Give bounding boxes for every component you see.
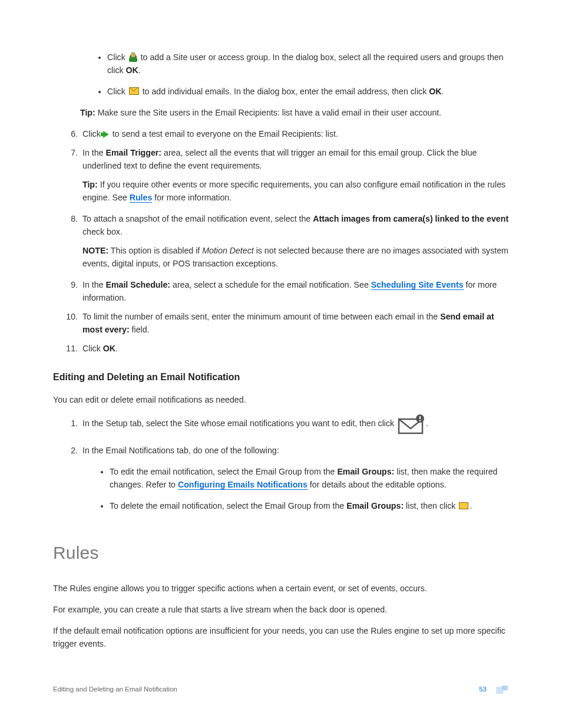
body-text: list, then click bbox=[404, 501, 458, 510]
configuring-emails-link[interactable]: Configuring Emails Notifications bbox=[178, 480, 308, 490]
body-text: Make sure the Site users in the Email Re… bbox=[95, 108, 441, 117]
footer-decoration-icon bbox=[496, 686, 509, 694]
body-text: to add a Site user or access group. In t… bbox=[107, 52, 504, 75]
tip-label: Tip: bbox=[82, 180, 98, 189]
note-block: NOTE: This option is disabled if Motion … bbox=[82, 244, 509, 270]
body-text: For example, you can create a rule that … bbox=[53, 603, 509, 616]
email-groups-label: Email Groups: bbox=[346, 501, 404, 510]
delete-mail-icon bbox=[459, 502, 468, 509]
body-text: The Rules engine allows you to trigger s… bbox=[53, 582, 509, 595]
body-text: To attach a snapshot of the email notifi… bbox=[82, 214, 313, 223]
step-10: To limit the number of emails sent, ente… bbox=[80, 310, 509, 336]
body-text: Click bbox=[82, 129, 103, 139]
body-text: Click bbox=[107, 87, 128, 96]
add-user-icon bbox=[129, 52, 137, 62]
list-item: To delete the email notification, select… bbox=[110, 499, 509, 512]
rules-heading: Rules bbox=[53, 539, 509, 567]
body-text: to add individual emails. In the dialog … bbox=[143, 87, 429, 96]
body-text: To edit the email notification, select t… bbox=[110, 467, 337, 476]
body-text: Click bbox=[107, 52, 128, 62]
body-text: In the bbox=[82, 280, 105, 289]
body-text: In the Setup tab, select the Site whose … bbox=[82, 419, 396, 428]
scheduling-site-events-link[interactable]: Scheduling Site Events bbox=[371, 280, 464, 290]
tip-block: Tip: Make sure the Site users in the Ema… bbox=[80, 106, 509, 119]
body-text: field. bbox=[130, 325, 150, 334]
numbered-steps: Click to send a test email to everyone o… bbox=[53, 127, 509, 355]
body-text: In the Email Notifications tab, do one o… bbox=[82, 446, 279, 455]
body-text: to send a test email to everyone on the … bbox=[110, 129, 338, 139]
step-7: In the Email Trigger: area, select all t… bbox=[80, 146, 509, 204]
email-trigger-label: Email Trigger: bbox=[105, 148, 161, 157]
step-8: To attach a snapshot of the email notifi… bbox=[80, 212, 509, 270]
step-9: In the Email Schedule: area, select a sc… bbox=[80, 278, 509, 304]
footer-title: Editing and Deleting an Email Notificati… bbox=[53, 684, 177, 695]
list-item: Click to add individual emails. In the d… bbox=[107, 85, 509, 98]
body-text: To delete the email notification, select… bbox=[110, 501, 346, 510]
tip-label: Tip: bbox=[80, 108, 95, 117]
svg-rect-2 bbox=[419, 416, 421, 419]
ok-label: OK bbox=[126, 65, 138, 75]
mail-icon bbox=[129, 87, 139, 95]
top-bullet-list: Click to add a Site user or access group… bbox=[80, 51, 509, 98]
body-text: . bbox=[115, 344, 118, 353]
editing-deleting-heading: Editing and Deleting an Email Notificati… bbox=[53, 370, 509, 385]
motion-detect-em: Motion Detect bbox=[202, 246, 254, 255]
attach-images-label: Attach images from camera(s) linked to t… bbox=[313, 214, 508, 223]
body-text: check box. bbox=[82, 227, 123, 236]
body-text: for details about the editable options. bbox=[308, 480, 447, 489]
step-6: Click to send a test email to everyone o… bbox=[80, 127, 509, 140]
body-text: . bbox=[138, 65, 141, 75]
body-text: In the bbox=[82, 148, 105, 157]
body-text: Click bbox=[82, 344, 103, 353]
body-text: . bbox=[442, 87, 444, 96]
email-notifications-icon bbox=[398, 414, 425, 438]
edit-step-1: In the Setup tab, select the Site whose … bbox=[80, 414, 509, 438]
body-text: for more information. bbox=[152, 193, 232, 202]
rules-link[interactable]: Rules bbox=[130, 193, 153, 203]
body-text: If the default email notification option… bbox=[53, 624, 509, 650]
ok-label: OK bbox=[103, 344, 115, 353]
tip-block: Tip: If you require other events or more… bbox=[82, 178, 509, 204]
body-text: area, select a schedule for the email no… bbox=[170, 280, 371, 289]
body-text: . bbox=[470, 501, 472, 510]
ok-label: OK bbox=[429, 87, 441, 96]
page-number: 53 bbox=[479, 684, 487, 695]
page-footer: Editing and Deleting an Email Notificati… bbox=[53, 684, 509, 695]
body-text: This option is disabled if bbox=[108, 246, 202, 255]
svg-rect-3 bbox=[419, 420, 421, 421]
edit-step-2: In the Email Notifications tab, do one o… bbox=[80, 444, 509, 512]
email-schedule-label: Email Schedule: bbox=[105, 280, 170, 289]
body-text: . bbox=[426, 419, 428, 428]
step-11: Click OK. bbox=[80, 342, 509, 355]
editing-steps: In the Setup tab, select the Site whose … bbox=[53, 414, 509, 512]
email-groups-label: Email Groups: bbox=[337, 467, 394, 476]
body-text: You can edit or delete email notificatio… bbox=[53, 393, 509, 406]
body-text: To limit the number of emails sent, ente… bbox=[82, 312, 440, 321]
list-item: Click to add a Site user or access group… bbox=[107, 51, 509, 77]
send-test-arrow-icon bbox=[103, 131, 109, 138]
note-label: NOTE: bbox=[82, 246, 108, 255]
list-item: To edit the email notification, select t… bbox=[110, 465, 509, 491]
